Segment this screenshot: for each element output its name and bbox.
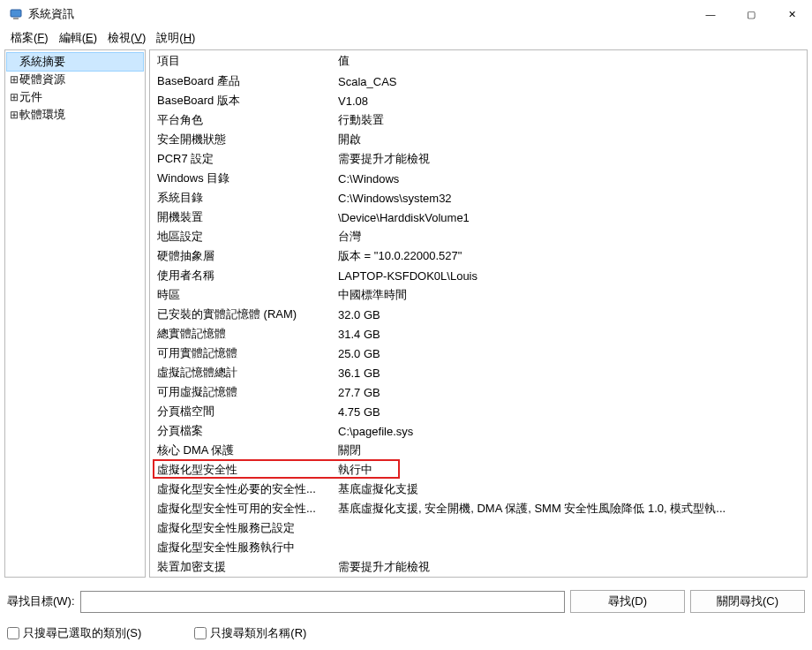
chk-category-names-box[interactable] (194, 627, 207, 639)
cell-value: 27.7 GB (331, 384, 807, 401)
tree-item-label: 硬體資源 (19, 72, 65, 87)
menu-e[interactable]: 編輯(E) (54, 29, 102, 47)
cell-value: 關閉 (331, 441, 807, 460)
table-row[interactable]: 開機裝置\Device\HarddiskVolume1 (150, 208, 807, 227)
tree-item[interactable]: ⊞元件 (7, 88, 143, 106)
tree-item[interactable]: ⊞軟體環境 (7, 106, 143, 124)
cell-item: 虛擬化型安全性必要的安全性... (150, 480, 331, 499)
tree-panel[interactable]: 系統摘要⊞硬體資源⊞元件⊞軟體環境 (4, 49, 146, 578)
table-row[interactable]: 使用者名稱LAPTOP-KSFDOK0L\Louis (150, 266, 807, 285)
svg-rect-1 (13, 18, 19, 19)
cell-item: 總實體記憶體 (150, 324, 331, 344)
cell-item: 時區 (150, 285, 331, 305)
cell-value: 基底虛擬化支援 (331, 480, 807, 499)
window-title: 系統資訊 (28, 6, 74, 22)
table-row[interactable]: 分頁檔空間4.75 GB (150, 402, 807, 421)
table-row[interactable]: 可用實體記憶體25.0 GB (150, 344, 807, 363)
cell-value: V1.08 (331, 93, 807, 110)
cell-value: 4.75 GB (331, 404, 807, 420)
cell-value: 執行中 (331, 460, 807, 480)
cell-item: 安全開機狀態 (150, 130, 331, 149)
menu-v[interactable]: 檢視(V) (102, 29, 151, 47)
cell-value (331, 526, 807, 530)
cell-value (331, 546, 807, 549)
cell-item: 已安裝的實體記憶體 (RAM) (150, 305, 331, 324)
table-row[interactable]: 核心 DMA 保護關閉 (150, 441, 807, 460)
cell-value: LAPTOP-KSFDOK0L\Louis (331, 268, 807, 284)
table-row[interactable]: BaseBoard 版本V1.08 (150, 91, 807, 110)
table-row[interactable]: Windows 目錄C:\Windows (150, 169, 807, 188)
cell-item: 核心 DMA 保護 (150, 441, 331, 460)
cell-item: Windows 目錄 (150, 169, 331, 188)
tree-item-label: 元件 (19, 89, 42, 105)
chk-selected-only-box[interactable] (7, 627, 19, 639)
table-row[interactable]: 裝置加密支援需要提升才能檢視 (150, 557, 807, 577)
cell-item: 分頁檔案 (150, 421, 331, 441)
close-button[interactable]: ✕ (771, 0, 812, 28)
cell-item: PCR7 設定 (150, 149, 331, 169)
maximize-button[interactable]: ▢ (731, 0, 771, 28)
table-row[interactable]: PCR7 設定需要提升才能檢視 (150, 149, 807, 169)
expand-icon[interactable]: ⊞ (9, 92, 19, 102)
column-value[interactable]: 值 (331, 50, 807, 72)
close-find-button[interactable]: 關閉尋找(C) (690, 590, 805, 613)
table-row[interactable]: 虛擬記憶體總計36.1 GB (150, 363, 807, 382)
expand-icon[interactable]: ⊞ (9, 110, 19, 120)
table-row[interactable]: 虛擬化型安全性服務已設定 (150, 518, 807, 538)
expand-icon[interactable]: ⊞ (9, 74, 19, 85)
cell-value: 中國標準時間 (331, 285, 807, 305)
cell-value: C:\Windows (331, 170, 807, 187)
cell-value: 開啟 (331, 130, 807, 149)
chk-category-names[interactable]: 只搜尋類別名稱(R) (194, 625, 306, 641)
table-row[interactable]: 硬體抽象層版本 = "10.0.22000.527" (150, 246, 807, 266)
cell-item: 可用實體記憶體 (150, 344, 331, 363)
menu-h[interactable]: 說明(H) (151, 29, 200, 47)
cell-value: 25.0 GB (331, 345, 807, 362)
minimize-button[interactable]: — (690, 0, 731, 28)
table-row[interactable]: 分頁檔案C:\pagefile.sys (150, 421, 807, 441)
table-row[interactable]: 虛擬化型安全性執行中 (150, 460, 807, 480)
cell-value: 31.4 GB (331, 326, 807, 343)
table-row[interactable]: 時區中國標準時間 (150, 285, 807, 305)
cell-item: BaseBoard 產品 (150, 72, 331, 91)
table-row[interactable]: BaseBoard 產品Scala_CAS (150, 72, 807, 91)
tree-item[interactable]: ⊞硬體資源 (7, 71, 143, 88)
table-row[interactable]: 可用虛擬記憶體27.7 GB (150, 382, 807, 402)
table-row[interactable]: 地區設定台灣 (150, 227, 807, 246)
table-row[interactable]: 系統目錄C:\Windows\system32 (150, 188, 807, 208)
tree-item-label: 軟體環境 (19, 107, 65, 123)
app-icon (9, 7, 23, 21)
table-row[interactable]: 虛擬化型安全性可用的安全性...基底虛擬化支援, 安全開機, DMA 保護, S… (150, 499, 807, 518)
cell-item: 開機裝置 (150, 208, 331, 227)
chk-selected-only[interactable]: 只搜尋已選取的類別(S) (7, 625, 141, 641)
cell-item: 使用者名稱 (150, 266, 331, 285)
tree-item[interactable]: 系統摘要 (7, 53, 143, 71)
find-button[interactable]: 尋找(D) (570, 590, 685, 613)
cell-value: 台灣 (331, 227, 807, 246)
cell-value: 版本 = "10.0.22000.527" (331, 246, 807, 266)
list-panel[interactable]: 項目 值 BaseBoard 產品Scala_CASBaseBoard 版本V1… (149, 49, 808, 578)
cell-value: 36.1 GB (331, 365, 807, 382)
table-row[interactable]: 已安裝的實體記憶體 (RAM)32.0 GB (150, 305, 807, 324)
table-row[interactable]: 虛擬化型安全性服務執行中 (150, 538, 807, 557)
list-header: 項目 值 (150, 50, 807, 72)
cell-item: BaseBoard 版本 (150, 91, 331, 110)
table-row[interactable]: 平台角色行動裝置 (150, 110, 807, 130)
menu-f[interactable]: 檔案(F) (5, 29, 54, 47)
column-item[interactable]: 項目 (150, 50, 331, 72)
cell-item: 分頁檔空間 (150, 402, 331, 421)
titlebar: 系統資訊 — ▢ ✕ (0, 0, 812, 28)
table-row[interactable]: 虛擬化型安全性必要的安全性...基底虛擬化支援 (150, 480, 807, 499)
cell-value: C:\Windows\system32 (331, 190, 807, 207)
cell-value: 行動裝置 (331, 110, 807, 130)
search-label: 尋找目標(W): (7, 593, 75, 609)
cell-value: C:\pagefile.sys (331, 423, 807, 440)
cell-item: 虛擬化型安全性可用的安全性... (150, 499, 331, 518)
table-row[interactable]: 總實體記憶體31.4 GB (150, 324, 807, 344)
svg-rect-0 (11, 10, 21, 17)
search-input[interactable] (80, 591, 565, 613)
cell-item: 虛擬記憶體總計 (150, 363, 331, 382)
table-row[interactable]: 安全開機狀態開啟 (150, 130, 807, 149)
search-footer: 尋找目標(W): 尋找(D) 關閉尋找(C) 只搜尋已選取的類別(S) 只搜尋類… (0, 583, 812, 650)
cell-value: \Device\HarddiskVolume1 (331, 209, 807, 226)
